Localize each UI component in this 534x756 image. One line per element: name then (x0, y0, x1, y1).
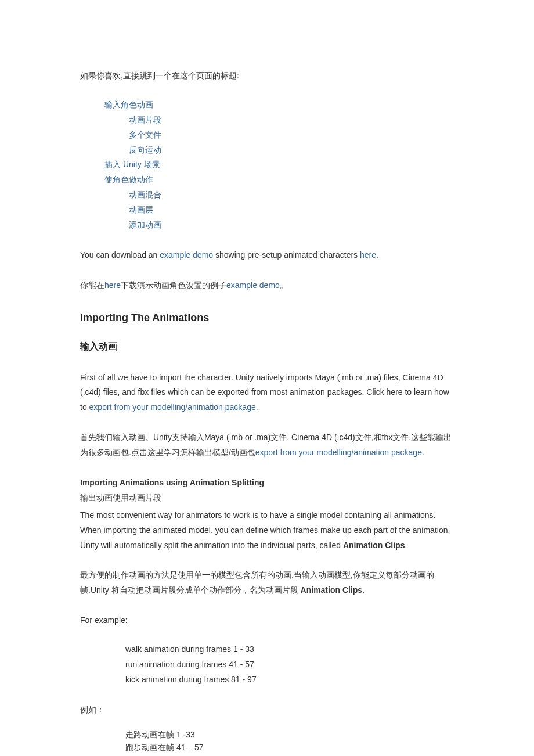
example-demo-link-zh[interactable]: example demo (226, 280, 280, 290)
toc-link-multi-files[interactable]: 多个文件 (129, 128, 454, 143)
toc-link-import-character[interactable]: 输入角色动画 (104, 98, 454, 113)
export-link-en[interactable]: export from your modelling/animation pac… (89, 402, 258, 412)
animation-clips-bold-zh: Animation Clips (301, 585, 363, 595)
animation-clips-bold: Animation Clips (343, 541, 405, 550)
here-link[interactable]: here (360, 250, 376, 260)
table-of-contents: 输入角色动画 动画片段 多个文件 反向运动 插入 Unity 场景 使角色做动作… (80, 98, 454, 233)
heading-importing-animations-zh: 输入动画 (80, 338, 454, 355)
example-list-en: walk animation during frames 1 - 33 run … (80, 642, 454, 687)
list-item: run animation during frames 41 - 57 (125, 657, 454, 672)
list-item: kick animation during frames 81 - 97 (125, 672, 454, 687)
text: 你能在 (80, 280, 104, 290)
list-item: 跑步动画在帧 41 – 57 (125, 741, 454, 754)
split-paragraph-zh: 最方便的制作动画的方法是使用单一的模型包含所有的动画.当输入动画模型,你能定义每… (80, 568, 454, 598)
download-zh: 你能在here下载演示动画角色设置的例子example demo。 (80, 278, 454, 293)
here-link-zh[interactable]: here (104, 280, 121, 290)
text: showing pre-setup animated characters (213, 250, 360, 260)
intro-zh: 如果你喜欢,直接跳到一个在这个页面的标题: (80, 69, 454, 84)
example-list-zh: 走路动画在帧 1 -33 跑步动画在帧 41 – 57 踢的动画在帧 81 - … (80, 728, 454, 756)
text: . (405, 541, 407, 550)
list-item: 踢的动画在帧 81 - 97 (125, 754, 454, 757)
toc-link-add-animation[interactable]: 添加动画 (129, 218, 454, 233)
text: . (362, 585, 365, 595)
text: 下载演示动画角色设置的例子 (121, 280, 226, 290)
example-demo-link[interactable]: example demo (160, 250, 213, 260)
toc-link-animation-layer[interactable]: 动画层 (129, 203, 454, 218)
for-example-label: For example: (80, 613, 454, 628)
toc-link-character-action[interactable]: 使角色做动作 (104, 172, 454, 188)
toc-link-animation-blend[interactable]: 动画混合 (129, 188, 454, 203)
export-link-zh[interactable]: export from your modelling/animation pac… (255, 448, 424, 457)
subheading-animation-splitting-en: Importing Animations using Animation Spl… (80, 476, 454, 491)
split-paragraph-en: The most convenient way for animators to… (80, 508, 454, 553)
text: 。 (280, 280, 288, 290)
subheading-animation-splitting-zh: 输出动画使用动画片段 (80, 491, 454, 506)
toc-link-insert-scene[interactable]: 插入 Unity 场景 (104, 157, 454, 172)
text: You can download an (80, 250, 160, 260)
list-item: 走路动画在帧 1 -33 (125, 728, 454, 741)
for-example-label-zh: 例如： (80, 703, 454, 718)
text: . (376, 250, 378, 260)
list-item: walk animation during frames 1 - 33 (125, 642, 454, 657)
import-paragraph-en: First of all we have to import the chara… (80, 370, 454, 416)
heading-importing-animations: Importing The Animations (80, 308, 454, 327)
toc-link-animation-clip[interactable]: 动画片段 (129, 113, 454, 128)
download-en: You can download an example demo showing… (80, 248, 454, 263)
toc-link-inverse-kinematics[interactable]: 反向运动 (129, 143, 454, 158)
import-paragraph-zh: 首先我们输入动画。Unity支持输入Maya (.mb or .ma)文件, C… (80, 430, 454, 460)
text: 最方便的制作动画的方法是使用单一的模型包含所有的动画.当输入动画模型,你能定义每… (80, 570, 434, 595)
